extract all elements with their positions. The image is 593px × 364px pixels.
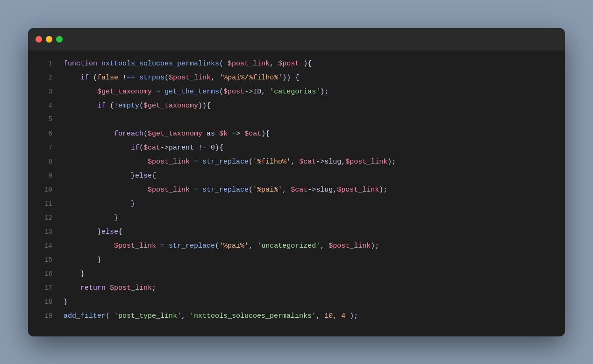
code-content: return $post_link;	[64, 282, 156, 294]
minimize-button[interactable]	[46, 36, 52, 43]
line-number: 18	[37, 297, 52, 308]
line-number: 16	[37, 269, 52, 280]
code-window: 1function nxttools_solucoes_permalinks( …	[28, 28, 565, 336]
code-content: }	[64, 254, 101, 266]
code-line: 16 }	[28, 268, 565, 282]
code-content: }	[64, 198, 135, 210]
code-line: 19add_filter( 'post_type_link', 'nxttool…	[28, 310, 565, 324]
code-line: 9 }else{	[28, 170, 565, 184]
code-content: }	[64, 296, 68, 308]
line-number: 15	[37, 255, 52, 266]
line-number: 11	[37, 199, 52, 210]
line-number: 9	[37, 171, 52, 182]
code-content: }else{	[64, 226, 122, 238]
code-content: if (!empty($get_taxonomy)){	[64, 100, 211, 112]
code-content: if($cat->parent != 0){	[64, 142, 223, 154]
line-number: 3	[37, 86, 52, 98]
line-number: 13	[37, 227, 52, 238]
code-line: 7 if($cat->parent != 0){	[28, 142, 565, 156]
code-line: 15 }	[28, 254, 565, 268]
code-content: $get_taxonomy = get_the_terms($post->ID,…	[64, 86, 329, 98]
code-line: 11 }	[28, 198, 565, 212]
code-content: $post_link = str_replace('%pai%', $cat->…	[64, 184, 387, 196]
maximize-button[interactable]	[56, 36, 63, 43]
code-line: 18}	[28, 296, 565, 310]
code-content: function nxttools_solucoes_permalinks( $…	[64, 58, 312, 70]
code-line: 1function nxttools_solucoes_permalinks( …	[28, 58, 565, 72]
code-line: 14 $post_link = str_replace('%pai%', 'un…	[28, 240, 565, 254]
code-content: }	[64, 212, 118, 224]
code-line: 6 foreach($get_taxonomy as $k => $cat){	[28, 128, 565, 142]
line-number: 8	[37, 157, 52, 168]
line-number: 5	[37, 114, 52, 125]
line-number: 10	[37, 185, 52, 196]
code-content: if (false !== strpos($post_link, '%pai%/…	[64, 72, 299, 84]
line-number: 7	[37, 143, 52, 154]
line-number: 14	[37, 241, 52, 252]
code-content: add_filter( 'post_type_link', 'nxttools_…	[64, 310, 358, 322]
code-content: foreach($get_taxonomy as $k => $cat){	[64, 128, 270, 140]
code-content: $post_link = str_replace('%filho%', $cat…	[64, 156, 396, 168]
code-line: 2 if (false !== strpos($post_link, '%pai…	[28, 72, 565, 86]
line-number: 12	[37, 213, 52, 224]
code-line: 17 return $post_link;	[28, 282, 565, 296]
code-line: 10 $post_link = str_replace('%pai%', $ca…	[28, 184, 565, 198]
titlebar	[28, 28, 565, 50]
code-line: 5	[28, 114, 565, 128]
code-line: 13 }else{	[28, 226, 565, 240]
code-content: }	[64, 268, 85, 280]
line-number: 6	[37, 128, 52, 140]
code-line: 12 }	[28, 212, 565, 226]
code-content: }else{	[64, 170, 156, 182]
line-number: 19	[37, 311, 52, 322]
code-editor: 1function nxttools_solucoes_permalinks( …	[28, 50, 565, 332]
code-line: 4 if (!empty($get_taxonomy)){	[28, 100, 565, 114]
code-content: $post_link = str_replace('%pai%', 'uncat…	[64, 240, 379, 252]
line-number: 4	[37, 100, 52, 112]
line-number: 17	[37, 283, 52, 294]
code-line: 3 $get_taxonomy = get_the_terms($post->I…	[28, 86, 565, 100]
line-number: 2	[37, 72, 52, 84]
close-button[interactable]	[36, 36, 42, 43]
line-number: 1	[37, 58, 52, 70]
code-line: 8 $post_link = str_replace('%filho%', $c…	[28, 156, 565, 170]
